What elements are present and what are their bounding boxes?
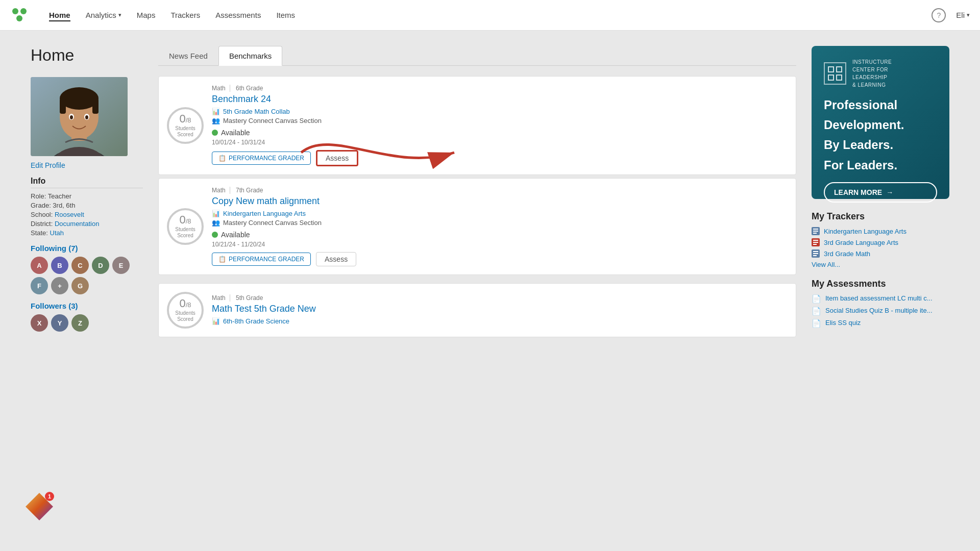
nav-items[interactable]: Items <box>276 9 295 21</box>
card-tag-2[interactable]: 📊 6th-8th Grade Science <box>212 317 788 325</box>
perf-grader-btn-0[interactable]: 📋 PERFORMANCE GRADER <box>212 152 311 165</box>
svg-rect-30 <box>813 253 818 254</box>
card-title-2[interactable]: Math Test 5th Grade New <box>212 304 788 314</box>
assess-btn-1[interactable]: Assess <box>316 252 356 266</box>
tracker-item-1[interactable]: 3rd Grade Language Arts <box>812 238 949 246</box>
score-denom-1: /8 <box>186 217 191 225</box>
score-label-2: StudentsScored <box>175 310 195 322</box>
section-icon-1: 👥 <box>212 219 220 227</box>
nav-home[interactable]: Home <box>49 9 70 21</box>
left-sidebar: Home <box>31 46 143 345</box>
benchmark-card-1: 0 /8 StudentsScored Math 7th Grade Copy … <box>158 178 796 275</box>
svg-point-0 <box>12 8 18 14</box>
nav-maps[interactable]: Maps <box>137 9 156 21</box>
avatar-following-6[interactable]: G <box>71 277 89 294</box>
avatar-following-5[interactable]: F <box>31 277 48 294</box>
assess-btn-0[interactable]: Assess <box>316 150 358 166</box>
tab-benchmarks[interactable]: Benchmarks <box>218 46 282 66</box>
info-grade: Grade: 3rd, 6th <box>31 202 143 209</box>
svg-rect-22 <box>813 231 818 232</box>
card-meta-0: Math 6th Grade <box>212 85 788 92</box>
svg-rect-16 <box>828 67 834 72</box>
score-label-1: StudentsScored <box>175 227 195 239</box>
nav-trackers[interactable]: Trackers <box>170 9 200 21</box>
page-wrapper: Home <box>0 31 980 361</box>
avatar-follower-0[interactable]: X <box>31 314 48 332</box>
analytics-chevron-icon: ▾ <box>118 12 121 18</box>
tracker-icon-1 <box>812 238 820 246</box>
school-link[interactable]: Roosevelt <box>55 211 84 218</box>
navbar: Home Analytics ▾ Maps Trackers Assessmen… <box>0 0 980 31</box>
score-denom-0: /8 <box>186 116 191 124</box>
score-value-2: 0 <box>179 298 185 309</box>
promo-logo: INSTRUCTURE CENTER FOR LEADERSHIP & LEAR… <box>824 58 937 89</box>
card-tag-0[interactable]: 📊 5th Grade Math Collab <box>212 108 788 115</box>
nav-analytics[interactable]: Analytics ▾ <box>86 9 121 21</box>
doc-icon-1: 📄 <box>812 307 821 316</box>
svg-rect-29 <box>813 251 818 252</box>
avatar-following-extra[interactable]: + <box>51 277 68 294</box>
promo-logo-text: INSTRUCTURE CENTER FOR LEADERSHIP & LEAR… <box>852 58 892 89</box>
help-button[interactable]: ? <box>932 8 946 22</box>
score-label-0: StudentsScored <box>175 126 195 138</box>
district-link[interactable]: Documentation <box>55 220 99 228</box>
card-tag-1[interactable]: 📊 Kindergarten Language Arts <box>212 210 788 217</box>
notification-badge[interactable]: 1 <box>26 493 53 520</box>
user-menu[interactable]: Eli ▾ <box>956 11 970 19</box>
perf-icon-1: 📋 <box>218 256 226 263</box>
avatar-following-2[interactable]: C <box>71 257 89 274</box>
date-range-0: 10/01/24 - 10/31/24 <box>212 139 788 146</box>
available-row-1: Available <box>212 231 788 239</box>
nav-assessments[interactable]: Assessments <box>215 9 261 21</box>
info-state: State: Utah <box>31 229 143 237</box>
perf-grader-btn-1[interactable]: 📋 PERFORMANCE GRADER <box>212 253 311 266</box>
assess-item-1[interactable]: 📄 Social Studies Quiz B - multiple ite..… <box>812 307 949 316</box>
assess-item-0[interactable]: 📄 Item based assessment LC multi c... <box>812 294 949 304</box>
edit-profile-link[interactable]: Edit Profile <box>31 161 143 169</box>
svg-rect-27 <box>813 244 817 245</box>
card-title-0[interactable]: Benchmark 24 <box>212 94 788 105</box>
section-icon-0: 👥 <box>212 117 220 124</box>
card-meta-2: Math 5th Grade <box>212 294 788 302</box>
tracker-item-0[interactable]: Kindergarten Language Arts <box>812 227 949 235</box>
avatar-following-3[interactable]: D <box>92 257 109 274</box>
doc-icon-2: 📄 <box>812 319 821 328</box>
svg-point-14 <box>85 115 88 119</box>
tab-news-feed[interactable]: News Feed <box>158 46 218 66</box>
trackers-heading: My Trackers <box>812 211 949 222</box>
followers-heading[interactable]: Followers (3) <box>31 302 143 310</box>
card-meta-1: Math 7th Grade <box>212 187 788 194</box>
learn-more-arrow-icon: → <box>886 188 893 196</box>
svg-rect-10 <box>92 98 99 114</box>
avatar-follower-2[interactable]: Z <box>71 314 89 332</box>
available-row-0: Available <box>212 129 788 137</box>
tracker-icon-2 <box>812 249 820 258</box>
score-circle-0: 0 /8 StudentsScored <box>167 107 204 144</box>
notif-count: 1 <box>45 492 54 501</box>
benchmark-card-2: 0 /8 StudentsScored Math 5th Grade Math … <box>158 283 796 337</box>
following-heading[interactable]: Following (7) <box>31 244 143 253</box>
my-assessments-section: My Assessments 📄 Item based assessment L… <box>812 279 949 328</box>
profile-photo <box>31 77 128 156</box>
avatar-following-0[interactable]: A <box>31 257 48 274</box>
avatar-follower-1[interactable]: Y <box>51 314 68 332</box>
tabs-bar: News Feed Benchmarks <box>158 46 796 66</box>
tracker-item-2[interactable]: 3rd Grade Math <box>812 249 949 258</box>
svg-rect-18 <box>828 75 834 80</box>
svg-rect-19 <box>837 75 842 80</box>
view-all-trackers[interactable]: View All... <box>812 261 949 268</box>
logo[interactable] <box>10 6 29 24</box>
avatar-following-1[interactable]: B <box>51 257 68 274</box>
learn-more-button[interactable]: LEARN MORE → <box>824 182 937 203</box>
card-title-1[interactable]: Copy New math alignment <box>212 196 788 207</box>
avatar-following-4[interactable]: E <box>112 257 130 274</box>
card-section-1: 👥 Mastery Connect Canvas Section <box>212 219 788 227</box>
svg-rect-31 <box>813 255 817 256</box>
state-link[interactable]: Utah <box>50 229 64 237</box>
assess-item-2[interactable]: 📄 Elis SS quiz <box>812 319 949 328</box>
main-content: News Feed Benchmarks 0 /8 StudentsScored… <box>158 46 796 345</box>
score-value-1: 0 <box>179 214 185 226</box>
info-heading: Info <box>31 177 143 188</box>
tag-icon-2: 📊 <box>212 317 220 325</box>
nav-right: ? Eli ▾ <box>932 8 970 22</box>
